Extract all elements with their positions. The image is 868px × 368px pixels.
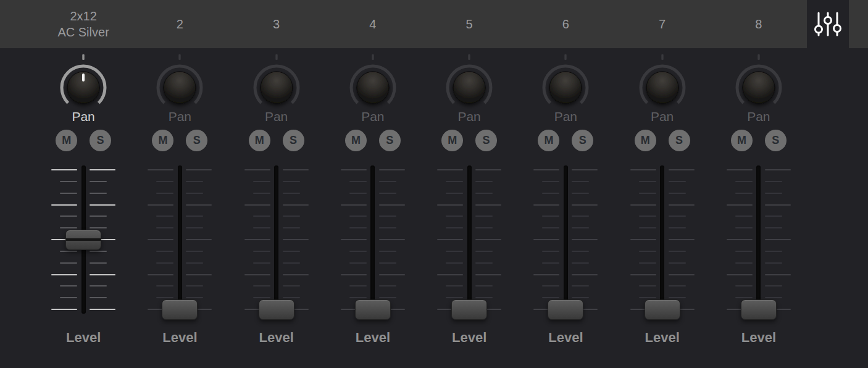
fader-tick [446, 181, 463, 182]
fader-tick [379, 215, 396, 217]
tab-channel-5[interactable]: 5 [421, 0, 517, 48]
tab-channel-3[interactable]: 3 [228, 0, 325, 48]
tab-channel-7[interactable]: 7 [614, 0, 711, 48]
mute-solo-row: M S [538, 130, 593, 151]
fader-tick [572, 193, 589, 194]
tab-channel-6[interactable]: 6 [517, 0, 614, 48]
fader-handle[interactable] [65, 230, 101, 250]
pan-knob[interactable] [251, 54, 303, 111]
mute-button[interactable]: M [56, 130, 77, 151]
solo-button[interactable]: S [186, 130, 207, 151]
fader-tick [186, 285, 203, 286]
knob-body [743, 72, 775, 104]
knob-indicator [82, 73, 85, 82]
mute-button[interactable]: M [249, 130, 270, 151]
fader-tick [630, 274, 656, 275]
knob-top-tick [757, 54, 760, 60]
fader-handle[interactable] [355, 299, 391, 320]
fader-tick [639, 297, 656, 298]
mute-button[interactable]: M [441, 130, 463, 151]
fader-tick [90, 215, 107, 217]
fader-tick [90, 204, 115, 206]
pan-knob[interactable] [443, 54, 495, 111]
tab-channel-2[interactable]: 2 [131, 0, 228, 48]
tab-channel-1[interactable]: 2x12AC Silver [35, 0, 131, 48]
level-fader[interactable] [727, 165, 791, 314]
fader-tick [669, 239, 695, 240]
fader-tick [90, 193, 107, 194]
fader-tick [572, 251, 589, 252]
fader-tick [765, 215, 782, 217]
level-fader[interactable] [437, 165, 501, 314]
mute-button[interactable]: M [152, 130, 173, 151]
fader-tick [765, 262, 782, 264]
fader-handle[interactable] [451, 299, 487, 320]
pan-knob[interactable] [347, 54, 399, 111]
mute-button[interactable]: M [345, 130, 367, 151]
tab-channel-8[interactable]: 8 [711, 0, 807, 48]
fader-tick [572, 169, 598, 170]
fader-tick [639, 251, 656, 252]
fader-tick [533, 204, 559, 206]
fader-handle[interactable] [645, 299, 680, 320]
knob-body [261, 72, 293, 104]
fader-tick [542, 297, 559, 298]
fader-tick [186, 169, 212, 170]
fader-tick [765, 274, 791, 275]
knob-body [453, 72, 485, 104]
fader-tick [475, 169, 501, 170]
fader-tick [446, 251, 463, 252]
tab-channel-4[interactable]: 4 [325, 0, 421, 48]
mute-button[interactable]: M [538, 130, 559, 151]
fader-tick [765, 251, 782, 252]
level-fader[interactable] [533, 165, 598, 314]
knob-body [357, 72, 389, 104]
solo-button[interactable]: S [669, 130, 690, 151]
level-fader[interactable] [51, 165, 115, 314]
fader-tick [765, 204, 791, 206]
solo-button[interactable]: S [90, 130, 111, 151]
tab-bar: 2x12AC Silver2345678 [0, 0, 868, 48]
settings-tab[interactable] [807, 0, 849, 48]
fader-tick [341, 204, 367, 206]
fader-tick [630, 239, 656, 240]
fader-tick [60, 297, 77, 298]
fader-handle[interactable] [162, 299, 198, 320]
fader-handle-line [66, 238, 101, 241]
fader-tick [148, 274, 173, 275]
solo-button[interactable]: S [379, 130, 401, 151]
fader-tick [639, 215, 656, 217]
level-fader[interactable] [148, 165, 212, 314]
solo-button[interactable]: S [283, 130, 304, 151]
level-fader[interactable] [630, 165, 695, 314]
pan-knob[interactable] [540, 54, 591, 111]
fader-handle[interactable] [259, 299, 294, 320]
fader-tick [156, 181, 173, 182]
fader-tick [253, 285, 270, 286]
pan-knob[interactable] [57, 54, 109, 111]
solo-button[interactable]: S [765, 130, 787, 151]
mute-button[interactable]: M [731, 130, 753, 151]
fader-tick [186, 251, 203, 252]
channel-strip-2: Pan M S Level [131, 48, 228, 368]
pan-knob[interactable] [636, 54, 688, 111]
tab-label: 7 [659, 16, 666, 32]
fader-tick [60, 285, 77, 286]
pan-knob[interactable] [733, 54, 785, 111]
fader-tick [669, 285, 686, 286]
solo-button[interactable]: S [475, 130, 497, 151]
mute-button[interactable]: M [635, 130, 656, 151]
level-fader[interactable] [341, 165, 405, 314]
tab-label: 6 [562, 16, 569, 32]
fader-handle[interactable] [741, 299, 777, 320]
fader-tick [475, 204, 501, 206]
fader-tick [341, 169, 367, 170]
pan-knob[interactable] [154, 54, 206, 111]
fader-tick [349, 215, 367, 217]
solo-button[interactable]: S [572, 130, 593, 151]
fader-handle[interactable] [548, 299, 583, 320]
fader-tick [90, 297, 107, 298]
fader-track [467, 165, 472, 314]
mute-solo-row: M S [249, 130, 304, 151]
level-fader[interactable] [244, 165, 309, 314]
